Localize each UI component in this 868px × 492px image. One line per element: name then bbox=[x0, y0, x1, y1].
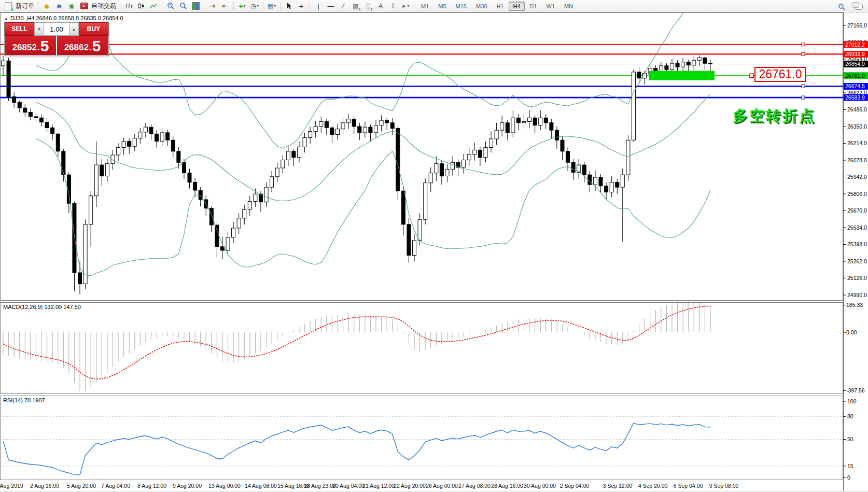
search-icon[interactable] bbox=[836, 1, 847, 12]
chat-icon[interactable] bbox=[853, 1, 864, 12]
chart-annotation-text[interactable]: 多空转折点 bbox=[733, 106, 816, 126]
collapse-triangle-icon[interactable]: ▲ bbox=[4, 17, 8, 21]
svg-text:0: 0 bbox=[847, 474, 850, 481]
timeframe-w1[interactable]: W1 bbox=[542, 2, 559, 11]
timeframe-mn[interactable]: MN bbox=[560, 2, 577, 11]
timeframe-h4[interactable]: H4 bbox=[509, 2, 524, 11]
zoom-in-icon[interactable]: + bbox=[165, 1, 176, 12]
trendline-tool-icon[interactable]: ∕ bbox=[338, 1, 349, 12]
line-chart-icon[interactable] bbox=[148, 1, 159, 12]
sell-price-pip: 5 bbox=[40, 38, 49, 54]
date-axis: 1 Aug 20192 Aug 16:005 Aug 20:007 Aug 04… bbox=[0, 483, 738, 489]
price-level-text-box[interactable]: 26761.0 bbox=[754, 67, 806, 82]
new-order-label[interactable]: 新订单 bbox=[16, 2, 34, 10]
svg-text:26854.0: 26854.0 bbox=[845, 61, 865, 67]
svg-text:22 Aug 20:00: 22 Aug 20:00 bbox=[394, 483, 426, 489]
add-indicator-icon[interactable]: +▾ bbox=[236, 1, 248, 12]
chart-template-icon[interactable]: ▦▾ bbox=[266, 1, 277, 12]
svg-text:80: 80 bbox=[847, 413, 853, 419]
equidistant-channel-tool-icon[interactable]: ▨E bbox=[350, 1, 361, 12]
toolbar-separator bbox=[204, 2, 204, 10]
timeframe-m30[interactable]: M30 bbox=[472, 2, 491, 11]
fibonacci-tool-icon[interactable]: ░F bbox=[362, 1, 374, 12]
toolbar-left-group: +新订单◆☻◉▸自动交易+−⇥⇤+▾◷▾▦▾+|—∕▨E░FAT►▾M1M5M1… bbox=[2, 1, 578, 12]
trade-panel-price-row: 26852 . 5 26862 . 5 bbox=[5, 36, 108, 55]
buy-price[interactable]: 26862 . 5 bbox=[57, 36, 108, 55]
svg-text:26761.0: 26761.0 bbox=[845, 73, 865, 79]
timeframe-m15[interactable]: M15 bbox=[452, 2, 471, 11]
timeframe-h1[interactable]: H1 bbox=[492, 2, 508, 11]
tile-windows-icon[interactable] bbox=[190, 1, 201, 12]
rsi-line bbox=[3, 423, 710, 475]
auto-scroll-icon[interactable]: ⇥ bbox=[207, 1, 218, 12]
svg-text:2 Sep 04:00: 2 Sep 04:00 bbox=[560, 483, 590, 489]
svg-text:0.00: 0.00 bbox=[846, 329, 857, 335]
chart-shift-icon[interactable]: ⇤ bbox=[219, 1, 231, 12]
sell-price[interactable]: 26852 . 5 bbox=[5, 36, 56, 55]
svg-text:25806.0: 25806.0 bbox=[847, 191, 867, 197]
text-label-tool-icon[interactable]: T bbox=[387, 1, 399, 12]
toolbar-separator bbox=[38, 2, 38, 10]
svg-text:26350.0: 26350.0 bbox=[847, 123, 867, 130]
one-click-trade-panel: SELL ▼ 1.00 ▲ BUY 26852 . 5 26862 . 5 bbox=[4, 22, 109, 56]
new-order-icon[interactable]: + bbox=[3, 1, 14, 12]
pane-borders bbox=[0, 12, 868, 492]
mt4-window: 27166.027030.026894.026758.026622.026486… bbox=[0, 0, 868, 492]
arrows-tool-icon[interactable]: ►▾ bbox=[400, 1, 411, 12]
timeframe-d1[interactable]: D1 bbox=[526, 2, 541, 11]
toolbar-separator bbox=[162, 2, 162, 10]
sell-price-dot: . bbox=[37, 41, 40, 54]
crosshair-tool-icon[interactable]: + bbox=[296, 1, 307, 12]
text-tool-icon[interactable]: A bbox=[375, 1, 386, 12]
toolbar-separator bbox=[414, 2, 414, 10]
timeframe-m1[interactable]: M1 bbox=[417, 2, 433, 11]
buy-price-dot: . bbox=[89, 41, 92, 54]
styles-icon[interactable]: ◆ bbox=[41, 1, 52, 12]
svg-text:25670.0: 25670.0 bbox=[847, 207, 867, 214]
macd-signal-line bbox=[3, 306, 710, 379]
chart-canvas: 27166.027030.026894.026758.026622.026486… bbox=[0, 0, 868, 492]
svg-text:26583.9: 26583.9 bbox=[845, 94, 865, 101]
vertical-line-tool-icon[interactable]: | bbox=[313, 1, 324, 12]
svg-text:26486.0: 26486.0 bbox=[847, 106, 867, 113]
signal-icon[interactable]: ◉ bbox=[66, 1, 77, 12]
timeframe-m5[interactable]: M5 bbox=[434, 2, 450, 11]
zoom-out-icon[interactable]: − bbox=[177, 1, 189, 12]
rsi-indicator-label: RSI(14) 70.1907 bbox=[3, 397, 45, 403]
chart-header: ▲DJ30-,H4 26846.0 26858.0 26835.0 26854.… bbox=[4, 15, 123, 21]
volume-down-button[interactable]: ▼ bbox=[34, 23, 44, 35]
svg-text:26674.5: 26674.5 bbox=[845, 83, 865, 89]
cursor-tool-icon[interactable] bbox=[283, 1, 295, 12]
svg-text:8 Aug 12:00: 8 Aug 12:00 bbox=[137, 483, 166, 489]
toolbar-separator bbox=[280, 2, 281, 10]
candlestick-chart-icon[interactable] bbox=[135, 1, 147, 12]
svg-text:2 Aug 16:00: 2 Aug 16:00 bbox=[30, 483, 59, 489]
svg-text:1 Aug 2019: 1 Aug 2019 bbox=[0, 483, 23, 489]
volume-up-button[interactable]: ▲ bbox=[69, 23, 79, 35]
horizontal-line-tool-icon[interactable]: — bbox=[325, 1, 337, 12]
sell-button[interactable]: SELL bbox=[5, 22, 34, 36]
svg-text:3 Sep 12:00: 3 Sep 12:00 bbox=[603, 483, 633, 489]
svg-text:9 Sep 08:00: 9 Sep 08:00 bbox=[709, 483, 739, 489]
buy-button[interactable]: BUY bbox=[79, 22, 108, 36]
period-selector-icon[interactable]: ◷▾ bbox=[249, 1, 260, 12]
volume-value[interactable]: 1.00 bbox=[44, 23, 69, 35]
bar-chart-icon[interactable] bbox=[123, 1, 134, 12]
svg-text:-397.56: -397.56 bbox=[846, 387, 865, 393]
profile-icon[interactable]: ☻ bbox=[53, 1, 65, 12]
toolbar-separator bbox=[120, 2, 120, 10]
auto-trading-label[interactable]: 自动交易 bbox=[91, 2, 116, 10]
symbol-ohlc-text: DJ30-,H4 26846.0 26858.0 26835.0 26854.0 bbox=[10, 15, 123, 21]
bollinger-bands bbox=[36, 0, 710, 276]
buy-price-main: 26862 bbox=[64, 41, 89, 54]
svg-text:26078.0: 26078.0 bbox=[847, 157, 867, 163]
svg-text:50: 50 bbox=[847, 436, 853, 442]
main-toolbar: +新订单◆☻◉▸自动交易+−⇥⇤+▾◷▾▦▾+|—∕▨E░FAT►▾M1M5M1… bbox=[0, 0, 868, 12]
svg-text:−: − bbox=[181, 3, 183, 7]
candles-layer bbox=[2, 55, 712, 294]
svg-text:+: + bbox=[169, 3, 171, 7]
svg-text:6 Sep 04:00: 6 Sep 04:00 bbox=[674, 483, 703, 489]
svg-text:27 Aug 08:00: 27 Aug 08:00 bbox=[458, 483, 491, 489]
svg-text:24990.0: 24990.0 bbox=[847, 292, 867, 298]
auto-trading-icon[interactable]: ▸ bbox=[78, 1, 90, 12]
